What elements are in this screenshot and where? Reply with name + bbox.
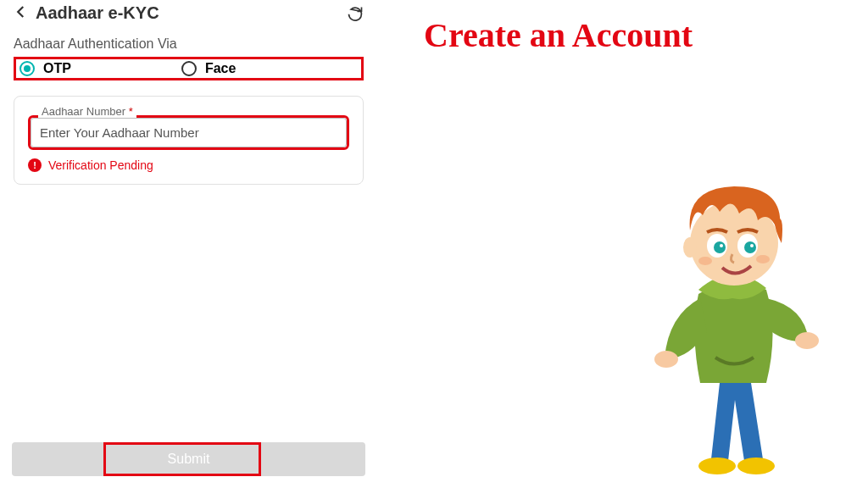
radio-option-face[interactable]: Face bbox=[181, 61, 236, 76]
auth-section-label: Aadhaar Authentication Via bbox=[14, 36, 377, 52]
svg-point-9 bbox=[744, 241, 756, 253]
aadhaar-field-card: Aadhaar Number * Enter Your Aadhaar Numb… bbox=[14, 96, 364, 185]
svg-point-10 bbox=[720, 244, 723, 247]
back-icon[interactable] bbox=[14, 4, 29, 23]
svg-point-12 bbox=[698, 257, 712, 265]
svg-point-5 bbox=[683, 237, 697, 258]
page-title: Aadhaar e-KYC bbox=[36, 3, 159, 23]
header: Aadhaar e-KYC bbox=[0, 0, 377, 26]
svg-point-2 bbox=[654, 351, 678, 368]
radio-label: OTP bbox=[43, 61, 71, 76]
aadhaar-input-highlight: Enter Your Aadhaar Number bbox=[28, 115, 349, 150]
radio-icon bbox=[181, 61, 197, 76]
promo-heading: Create an Account bbox=[424, 15, 693, 55]
svg-point-13 bbox=[756, 255, 770, 263]
field-legend: Aadhaar Number * bbox=[38, 105, 136, 118]
svg-point-8 bbox=[714, 241, 726, 253]
radio-icon bbox=[19, 61, 35, 76]
submit-label: Submit bbox=[168, 452, 210, 467]
svg-point-1 bbox=[737, 458, 775, 474]
radio-option-otp[interactable]: OTP bbox=[19, 61, 71, 76]
aadhaar-input[interactable]: Enter Your Aadhaar Number bbox=[31, 118, 347, 147]
svg-point-11 bbox=[750, 244, 754, 247]
alert-icon: ! bbox=[28, 158, 42, 172]
verification-status: ! Verification Pending bbox=[28, 158, 349, 172]
radio-label: Face bbox=[205, 61, 236, 76]
verification-text: Verification Pending bbox=[48, 158, 153, 172]
ekyc-panel: Aadhaar e-KYC Aadhaar Authentication Via… bbox=[0, 0, 377, 488]
auth-radio-group: OTP Face bbox=[14, 57, 364, 80]
svg-point-3 bbox=[795, 332, 819, 349]
cartoon-boy-illustration bbox=[639, 163, 826, 485]
refresh-icon[interactable] bbox=[347, 5, 364, 22]
svg-point-0 bbox=[698, 458, 736, 474]
submit-button[interactable]: Submit bbox=[12, 442, 365, 476]
